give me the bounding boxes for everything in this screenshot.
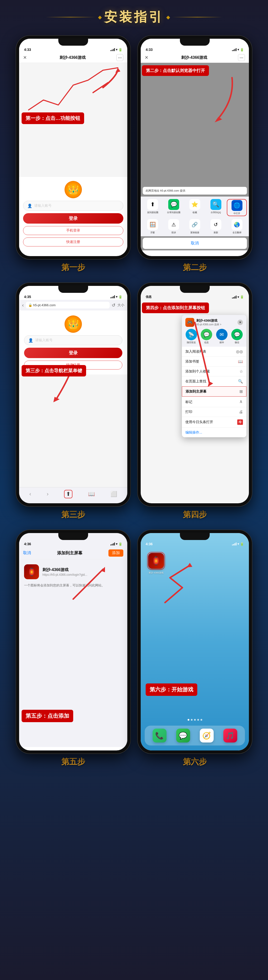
step-label-5: 第五步	[61, 756, 85, 767]
tabs-btn-3[interactable]: ⬜	[110, 491, 117, 497]
refresh-label: 刷新	[214, 231, 218, 234]
step-5-wrapper: 4:36 ▾ 🔋 取消 添加到主屏幕	[16, 530, 130, 767]
browser-icon: 🌐	[232, 200, 243, 211]
copy-label: 复制链接	[190, 231, 199, 234]
step-label-2: 第二步	[183, 262, 207, 273]
safari-bar-3: ‹ 🔒 h5-pt.4366.com ↺ 大小	[19, 300, 127, 310]
wifi-icon-3: ▾	[116, 295, 117, 299]
menu-icon-browser[interactable]: 🌐 中打开	[227, 199, 247, 216]
messages-dock-icon-6[interactable]: 💬	[176, 729, 190, 743]
more-button-2[interactable]: ···	[238, 54, 245, 61]
register-button-1[interactable]: 快速注册	[23, 237, 123, 247]
menu-item-toutiao-4[interactable]: 使用今日头条打开 今	[182, 417, 246, 427]
menu-icon-refresh[interactable]: ↺ 刷新	[206, 219, 226, 234]
notch-5	[58, 533, 88, 540]
back-btn-3[interactable]: ‹	[29, 491, 31, 497]
nav-title-2: 刺沙-4366游戏	[151, 55, 238, 60]
step-annotation-4: 第四步：点击添加到主屏幕按钮	[142, 302, 209, 313]
phone-frame-6: 4:36 ▾ 🔋	[138, 530, 252, 753]
battery-icon-2: 🔋	[240, 48, 244, 52]
dot-4	[197, 719, 199, 721]
arrow-1	[19, 63, 127, 107]
username-field-1[interactable]: 👤 请输入账号	[23, 201, 123, 211]
notification-4: 信息	[146, 295, 152, 299]
lock-icon-3: 🔒	[28, 303, 32, 307]
more-button-1[interactable]: ···	[116, 54, 123, 61]
dot-3	[194, 719, 196, 721]
qq-label: 分享到QQ	[211, 211, 221, 214]
menu-icon-collect[interactable]: ⭐ 收藏	[185, 199, 205, 216]
avatar-3: 👑	[65, 315, 82, 333]
safari-dock-icon-6[interactable]: 🧭	[200, 729, 214, 743]
wifi-icon-6: ▾	[238, 542, 239, 546]
username-placeholder: 请输入账号	[34, 204, 52, 208]
wifi-icon-1: ▾	[116, 48, 117, 51]
forward-btn-3[interactable]: ›	[47, 491, 48, 497]
svg-marker-1	[116, 68, 121, 73]
close-icon-1[interactable]: ✕	[23, 55, 27, 60]
close-icon-2[interactable]: ✕	[145, 55, 148, 60]
notch-6	[180, 533, 210, 540]
battery-icon-1: 🔋	[118, 48, 122, 52]
address-bar-3[interactable]: 🔒 h5-pt.4366.com	[26, 302, 110, 309]
phone-login-button-1[interactable]: 手机登录	[23, 226, 123, 235]
content-4: 第四步：点击添加到主屏幕按钮 🎮 刺沙-4366	[141, 300, 249, 503]
add-button-5[interactable]: 添加	[108, 549, 123, 557]
browser-menu-2: 此网页地址 h5-pt.4366.com 提供 ⬆ 发到朋友圈 💬 分享到朋友圈	[141, 187, 249, 250]
status-icons-2: ▾ 🔋	[232, 48, 244, 52]
login-button-1[interactable]: 登录	[23, 213, 123, 224]
phone-frame-1: 4:33 ▾ 🔋 ✕ 刺沙-4366游	[16, 36, 130, 259]
login-button-3[interactable]: 登录	[24, 348, 122, 358]
signal-bar-3	[113, 49, 114, 51]
status-icons-4: ▾ 🔋	[232, 295, 244, 299]
bookmarks-btn-3[interactable]: 📖	[88, 491, 95, 497]
menu-icon-translate[interactable]: 🌏 全文翻译	[227, 219, 247, 234]
menu-icon-float[interactable]: 🪟 浮窗	[143, 219, 163, 234]
share-label: 发到朋友圈	[147, 211, 158, 214]
address-text-3: h5-pt.4366.com	[33, 303, 56, 307]
friends-label: 分享到朋友圈	[167, 211, 181, 214]
menu-icon-share[interactable]: ⬆ 发到朋友圈	[143, 199, 163, 216]
menu-icon-report[interactable]: ⚠ 投诉	[164, 219, 184, 234]
menu-item-edit-4[interactable]: 编辑操作...	[182, 427, 246, 437]
wifi-icon-4: ▾	[238, 295, 239, 299]
phone-dock-icon-6[interactable]: 📞	[152, 729, 167, 743]
safari-bottom-3: ‹ › ⬆ 📖 ⬜	[19, 487, 127, 503]
collect-label: 收藏	[193, 211, 197, 214]
menu-icons-row2: 🪟 浮窗 ⚠ 投诉 🔗 复制链接	[141, 218, 249, 236]
tab-label-3: 大小	[117, 303, 124, 307]
login-form-1: 👑 👤 请输入账号 登录 手机登录 快速注册	[19, 177, 127, 250]
collect-icon: ⭐	[189, 199, 200, 210]
phone-frame-4: 信息 ▾ 🔋 第四步：点击添加到主屏幕按钮	[138, 283, 252, 506]
notch-2	[180, 39, 210, 46]
reload-icon-3[interactable]: ↺	[112, 302, 116, 308]
battery-icon-5: 🔋	[118, 542, 122, 546]
float-label: 浮窗	[151, 231, 155, 234]
cancel-button-2[interactable]: 取消	[143, 238, 247, 249]
menu-icon-copy[interactable]: 🔗 复制链接	[185, 219, 205, 234]
header-line-left	[46, 17, 95, 18]
username-field-3[interactable]: 👤 请输入账号	[24, 335, 122, 345]
music-dock-icon-6[interactable]: 🎵	[224, 729, 237, 743]
step-3-wrapper: 4:35 ▾ 🔋 ‹	[16, 283, 130, 520]
share-button-3[interactable]: ⬆	[64, 490, 73, 498]
menu-icons-row1: ⬆ 发到朋友圈 💬 分享到朋友圈 ⭐ 收藏	[141, 197, 249, 218]
step-annotation-3: 第三步：点击导航栏菜单键	[22, 365, 86, 377]
add-home-content-5: 🏮 刺沙-4366游戏 https://h5-pt.4366.com/login…	[19, 559, 127, 747]
share-icon: ⬆	[147, 199, 158, 210]
cancel-button-5[interactable]: 取消	[23, 550, 31, 556]
battery-icon-4: 🔋	[240, 295, 244, 299]
time-5: 4:36	[24, 542, 31, 546]
battery-icon-6: 🔋	[240, 542, 244, 546]
add-home-title-5: 添加到主屏幕	[57, 550, 82, 556]
signal-icon-6	[232, 542, 236, 546]
notch-4	[180, 286, 210, 293]
share-icon-3: ⬆	[66, 491, 70, 497]
header-diamond-right: ◆	[166, 14, 170, 20]
friends-icon: 💬	[168, 199, 179, 210]
back-icon-3[interactable]: ‹	[22, 302, 24, 308]
edit-text-4: 编辑操作...	[186, 430, 202, 434]
menu-icon-friends[interactable]: 💬 分享到朋友圈	[164, 199, 184, 216]
arrow-4	[141, 315, 249, 414]
menu-icon-qq[interactable]: 🔍 分享到QQ	[206, 199, 226, 216]
